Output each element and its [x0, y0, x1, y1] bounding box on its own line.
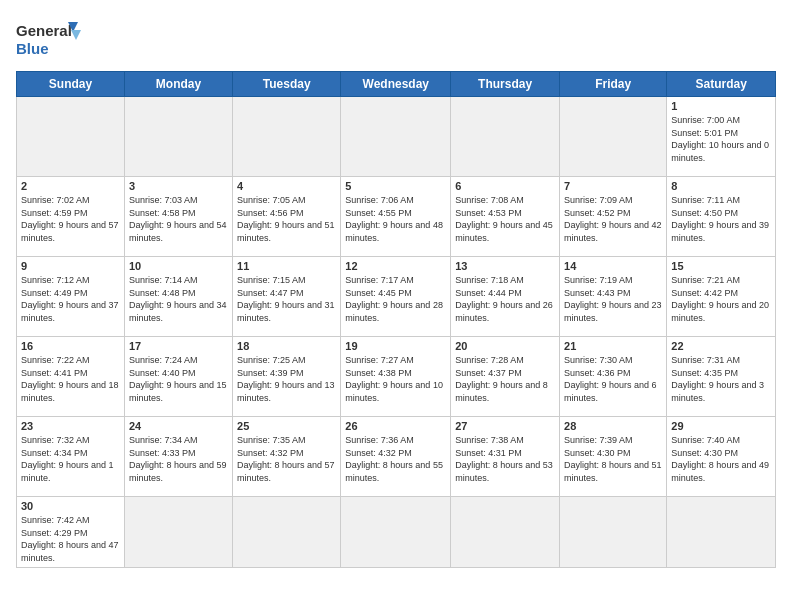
day-number: 17 — [129, 340, 228, 352]
day-number: 13 — [455, 260, 555, 272]
day-info: Sunrise: 7:17 AM Sunset: 4:45 PM Dayligh… — [345, 274, 446, 324]
day-number: 6 — [455, 180, 555, 192]
calendar-week-4: 16Sunrise: 7:22 AM Sunset: 4:41 PM Dayli… — [17, 337, 776, 417]
day-info: Sunrise: 7:02 AM Sunset: 4:59 PM Dayligh… — [21, 194, 120, 244]
day-info: Sunrise: 7:14 AM Sunset: 4:48 PM Dayligh… — [129, 274, 228, 324]
calendar-cell: 5Sunrise: 7:06 AM Sunset: 4:55 PM Daylig… — [341, 177, 451, 257]
calendar-cell: 22Sunrise: 7:31 AM Sunset: 4:35 PM Dayli… — [667, 337, 776, 417]
day-info: Sunrise: 7:31 AM Sunset: 4:35 PM Dayligh… — [671, 354, 771, 404]
weekday-header-wednesday: Wednesday — [341, 72, 451, 97]
day-info: Sunrise: 7:25 AM Sunset: 4:39 PM Dayligh… — [237, 354, 336, 404]
calendar-week-3: 9Sunrise: 7:12 AM Sunset: 4:49 PM Daylig… — [17, 257, 776, 337]
weekday-header-row: SundayMondayTuesdayWednesdayThursdayFrid… — [17, 72, 776, 97]
day-info: Sunrise: 7:38 AM Sunset: 4:31 PM Dayligh… — [455, 434, 555, 484]
day-number: 26 — [345, 420, 446, 432]
day-number: 4 — [237, 180, 336, 192]
weekday-header-saturday: Saturday — [667, 72, 776, 97]
calendar-cell — [451, 497, 560, 568]
calendar-cell — [124, 497, 232, 568]
day-number: 24 — [129, 420, 228, 432]
day-number: 11 — [237, 260, 336, 272]
calendar-cell — [341, 497, 451, 568]
calendar-cell: 25Sunrise: 7:35 AM Sunset: 4:32 PM Dayli… — [233, 417, 341, 497]
day-number: 12 — [345, 260, 446, 272]
calendar-cell: 27Sunrise: 7:38 AM Sunset: 4:31 PM Dayli… — [451, 417, 560, 497]
calendar: SundayMondayTuesdayWednesdayThursdayFrid… — [16, 71, 776, 568]
calendar-cell: 23Sunrise: 7:32 AM Sunset: 4:34 PM Dayli… — [17, 417, 125, 497]
day-info: Sunrise: 7:22 AM Sunset: 4:41 PM Dayligh… — [21, 354, 120, 404]
calendar-cell: 30Sunrise: 7:42 AM Sunset: 4:29 PM Dayli… — [17, 497, 125, 568]
calendar-week-6: 30Sunrise: 7:42 AM Sunset: 4:29 PM Dayli… — [17, 497, 776, 568]
calendar-cell — [233, 497, 341, 568]
day-number: 20 — [455, 340, 555, 352]
calendar-week-5: 23Sunrise: 7:32 AM Sunset: 4:34 PM Dayli… — [17, 417, 776, 497]
calendar-cell: 14Sunrise: 7:19 AM Sunset: 4:43 PM Dayli… — [560, 257, 667, 337]
calendar-cell — [17, 97, 125, 177]
weekday-header-monday: Monday — [124, 72, 232, 97]
day-number: 15 — [671, 260, 771, 272]
calendar-cell: 26Sunrise: 7:36 AM Sunset: 4:32 PM Dayli… — [341, 417, 451, 497]
day-info: Sunrise: 7:36 AM Sunset: 4:32 PM Dayligh… — [345, 434, 446, 484]
logo: General Blue — [16, 16, 86, 61]
day-info: Sunrise: 7:35 AM Sunset: 4:32 PM Dayligh… — [237, 434, 336, 484]
calendar-cell: 24Sunrise: 7:34 AM Sunset: 4:33 PM Dayli… — [124, 417, 232, 497]
day-number: 28 — [564, 420, 662, 432]
calendar-week-1: 1Sunrise: 7:00 AM Sunset: 5:01 PM Daylig… — [17, 97, 776, 177]
day-number: 18 — [237, 340, 336, 352]
weekday-header-thursday: Thursday — [451, 72, 560, 97]
calendar-cell: 3Sunrise: 7:03 AM Sunset: 4:58 PM Daylig… — [124, 177, 232, 257]
calendar-week-2: 2Sunrise: 7:02 AM Sunset: 4:59 PM Daylig… — [17, 177, 776, 257]
day-info: Sunrise: 7:11 AM Sunset: 4:50 PM Dayligh… — [671, 194, 771, 244]
svg-marker-3 — [71, 30, 81, 40]
calendar-cell: 21Sunrise: 7:30 AM Sunset: 4:36 PM Dayli… — [560, 337, 667, 417]
calendar-cell — [124, 97, 232, 177]
day-number: 16 — [21, 340, 120, 352]
day-info: Sunrise: 7:28 AM Sunset: 4:37 PM Dayligh… — [455, 354, 555, 404]
day-info: Sunrise: 7:24 AM Sunset: 4:40 PM Dayligh… — [129, 354, 228, 404]
calendar-cell — [341, 97, 451, 177]
calendar-cell — [560, 97, 667, 177]
calendar-cell: 28Sunrise: 7:39 AM Sunset: 4:30 PM Dayli… — [560, 417, 667, 497]
calendar-cell: 10Sunrise: 7:14 AM Sunset: 4:48 PM Dayli… — [124, 257, 232, 337]
calendar-cell — [233, 97, 341, 177]
day-info: Sunrise: 7:03 AM Sunset: 4:58 PM Dayligh… — [129, 194, 228, 244]
svg-text:General: General — [16, 22, 72, 39]
day-number: 22 — [671, 340, 771, 352]
day-info: Sunrise: 7:34 AM Sunset: 4:33 PM Dayligh… — [129, 434, 228, 484]
day-info: Sunrise: 7:39 AM Sunset: 4:30 PM Dayligh… — [564, 434, 662, 484]
day-info: Sunrise: 7:30 AM Sunset: 4:36 PM Dayligh… — [564, 354, 662, 404]
day-info: Sunrise: 7:05 AM Sunset: 4:56 PM Dayligh… — [237, 194, 336, 244]
calendar-cell: 13Sunrise: 7:18 AM Sunset: 4:44 PM Dayli… — [451, 257, 560, 337]
day-number: 5 — [345, 180, 446, 192]
day-info: Sunrise: 7:40 AM Sunset: 4:30 PM Dayligh… — [671, 434, 771, 484]
day-info: Sunrise: 7:27 AM Sunset: 4:38 PM Dayligh… — [345, 354, 446, 404]
calendar-cell: 19Sunrise: 7:27 AM Sunset: 4:38 PM Dayli… — [341, 337, 451, 417]
calendar-cell: 9Sunrise: 7:12 AM Sunset: 4:49 PM Daylig… — [17, 257, 125, 337]
calendar-cell — [667, 497, 776, 568]
day-number: 9 — [21, 260, 120, 272]
weekday-header-friday: Friday — [560, 72, 667, 97]
day-number: 25 — [237, 420, 336, 432]
calendar-cell: 16Sunrise: 7:22 AM Sunset: 4:41 PM Dayli… — [17, 337, 125, 417]
calendar-cell — [560, 497, 667, 568]
weekday-header-sunday: Sunday — [17, 72, 125, 97]
calendar-cell: 12Sunrise: 7:17 AM Sunset: 4:45 PM Dayli… — [341, 257, 451, 337]
calendar-cell: 6Sunrise: 7:08 AM Sunset: 4:53 PM Daylig… — [451, 177, 560, 257]
day-info: Sunrise: 7:12 AM Sunset: 4:49 PM Dayligh… — [21, 274, 120, 324]
logo-svg: General Blue — [16, 16, 86, 61]
day-number: 27 — [455, 420, 555, 432]
day-number: 7 — [564, 180, 662, 192]
day-number: 2 — [21, 180, 120, 192]
calendar-cell: 8Sunrise: 7:11 AM Sunset: 4:50 PM Daylig… — [667, 177, 776, 257]
day-number: 3 — [129, 180, 228, 192]
weekday-header-tuesday: Tuesday — [233, 72, 341, 97]
calendar-cell: 17Sunrise: 7:24 AM Sunset: 4:40 PM Dayli… — [124, 337, 232, 417]
calendar-cell: 7Sunrise: 7:09 AM Sunset: 4:52 PM Daylig… — [560, 177, 667, 257]
calendar-cell: 11Sunrise: 7:15 AM Sunset: 4:47 PM Dayli… — [233, 257, 341, 337]
day-info: Sunrise: 7:42 AM Sunset: 4:29 PM Dayligh… — [21, 514, 120, 564]
day-number: 19 — [345, 340, 446, 352]
calendar-cell: 18Sunrise: 7:25 AM Sunset: 4:39 PM Dayli… — [233, 337, 341, 417]
day-number: 23 — [21, 420, 120, 432]
calendar-cell: 29Sunrise: 7:40 AM Sunset: 4:30 PM Dayli… — [667, 417, 776, 497]
svg-text:Blue: Blue — [16, 40, 49, 57]
